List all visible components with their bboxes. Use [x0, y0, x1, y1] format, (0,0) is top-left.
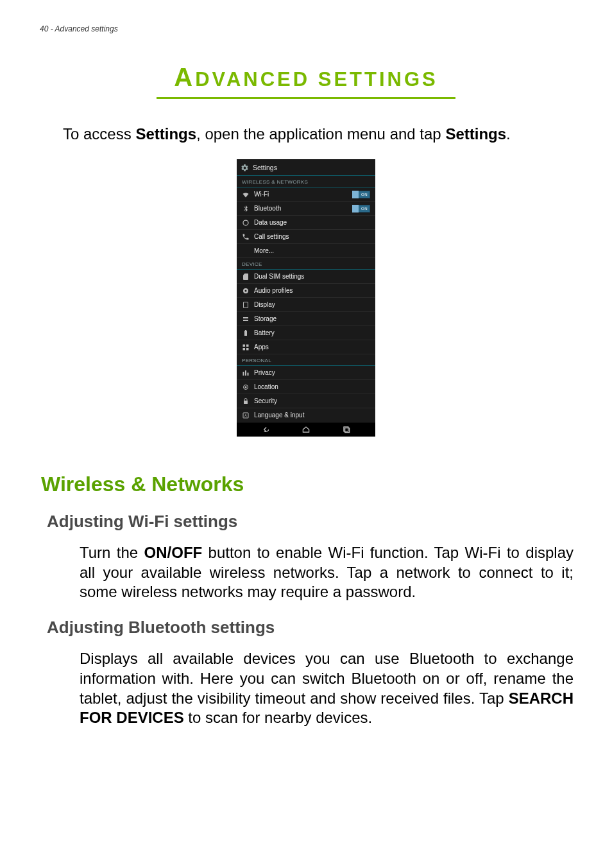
svg-rect-14 — [248, 372, 249, 376]
svg-point-2 — [245, 290, 247, 291]
paragraph-wifi: Turn the ON/OFF button to enable Wi-Fi f… — [80, 543, 574, 602]
display-icon — [242, 301, 250, 309]
phone-screenshot: Settings WIRELESS & NETWORKS Wi-Fi ON Bl… — [237, 159, 375, 437]
data-usage-icon — [242, 219, 250, 227]
language-icon: A — [242, 412, 250, 419]
sim-icon — [242, 273, 250, 281]
row-dual-sim[interactable]: Dual SIM settings — [237, 270, 375, 284]
row-more[interactable]: More... — [237, 244, 375, 258]
svg-rect-8 — [243, 344, 246, 347]
svg-rect-11 — [246, 348, 249, 351]
page-number: 40 — [40, 24, 48, 33]
row-data-usage[interactable]: Data usage — [237, 216, 375, 230]
svg-rect-21 — [344, 428, 349, 433]
svg-rect-4 — [243, 317, 248, 318]
svg-rect-13 — [245, 370, 246, 376]
audio-icon — [242, 287, 250, 295]
row-apps[interactable]: Apps — [237, 340, 375, 354]
bluetooth-toggle[interactable]: ON — [352, 205, 370, 213]
row-security[interactable]: Security — [237, 394, 375, 408]
svg-rect-12 — [243, 372, 244, 376]
location-icon — [242, 383, 250, 391]
row-language[interactable]: A Language & input — [237, 408, 375, 422]
row-storage[interactable]: Storage — [237, 312, 375, 326]
apps-icon — [242, 343, 250, 351]
battery-icon — [242, 329, 250, 337]
title-underline — [157, 97, 455, 99]
svg-rect-3 — [244, 302, 248, 308]
svg-point-0 — [243, 220, 248, 225]
svg-rect-10 — [243, 348, 246, 351]
row-audio[interactable]: Audio profiles — [237, 284, 375, 298]
screenshot-container: Settings WIRELESS & NETWORKS Wi-Fi ON Bl… — [38, 159, 574, 437]
svg-rect-5 — [243, 320, 248, 321]
row-privacy[interactable]: Privacy — [237, 366, 375, 380]
row-battery[interactable]: Battery — [237, 326, 375, 340]
row-bluetooth[interactable]: Bluetooth ON — [237, 202, 375, 216]
phone-title: Settings — [253, 164, 277, 171]
page-section: Advanced settings — [55, 24, 118, 33]
heading-bluetooth: Adjusting Bluetooth settings — [47, 618, 574, 638]
wifi-icon — [242, 191, 250, 198]
page: 40 - Advanced settings ADVANCED SETTINGS… — [0, 0, 612, 868]
svg-rect-17 — [244, 401, 248, 404]
lock-icon — [242, 397, 250, 405]
section-wireless-label: WIRELESS & NETWORKS — [237, 176, 375, 187]
page-header: 40 - Advanced settings — [40, 24, 574, 33]
storage-icon — [242, 315, 250, 323]
row-call-settings[interactable]: Call settings — [237, 230, 375, 244]
bluetooth-icon — [242, 205, 250, 213]
svg-rect-6 — [244, 331, 247, 336]
privacy-icon — [242, 369, 250, 377]
svg-point-16 — [245, 386, 247, 388]
svg-rect-7 — [245, 330, 246, 331]
phone-titlebar: Settings — [237, 159, 375, 175]
row-display[interactable]: Display — [237, 298, 375, 312]
page-title: ADVANCED SETTINGS — [38, 63, 574, 99]
intro-paragraph: To access Settings, open the application… — [63, 125, 574, 144]
gear-icon — [241, 163, 249, 171]
back-icon[interactable] — [260, 425, 271, 434]
section-personal-label: PERSONAL — [237, 354, 375, 365]
wifi-toggle[interactable]: ON — [352, 191, 370, 198]
heading-wifi: Adjusting Wi-Fi settings — [47, 512, 574, 532]
recent-icon[interactable] — [341, 425, 352, 434]
row-location[interactable]: Location — [237, 380, 375, 394]
heading-wireless-networks: Wireless & Networks — [41, 473, 574, 496]
home-icon[interactable] — [300, 425, 312, 434]
row-wifi[interactable]: Wi-Fi ON — [237, 187, 375, 202]
paragraph-bluetooth: Displays all available devices you can u… — [80, 649, 574, 728]
svg-rect-9 — [246, 344, 249, 347]
svg-text:A: A — [244, 413, 247, 417]
svg-rect-20 — [344, 427, 348, 431]
phone-icon — [242, 233, 250, 241]
phone-navbar — [237, 422, 375, 437]
section-device-label: DEVICE — [237, 258, 375, 269]
